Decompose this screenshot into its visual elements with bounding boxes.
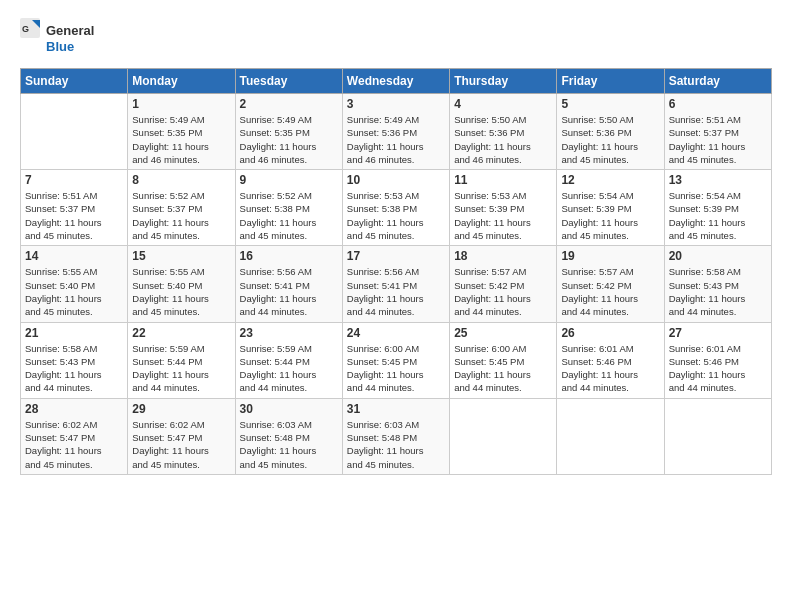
day-info: Sunrise: 6:01 AMSunset: 5:46 PMDaylight:… — [669, 342, 767, 395]
day-info: Sunrise: 6:03 AMSunset: 5:48 PMDaylight:… — [347, 418, 445, 471]
day-info: Sunrise: 5:51 AMSunset: 5:37 PMDaylight:… — [669, 113, 767, 166]
day-number: 9 — [240, 173, 338, 187]
day-number: 15 — [132, 249, 230, 263]
logo-general-text: General — [46, 23, 94, 39]
day-number: 8 — [132, 173, 230, 187]
day-number: 3 — [347, 97, 445, 111]
week-row-4: 21Sunrise: 5:58 AMSunset: 5:43 PMDayligh… — [21, 322, 772, 398]
day-info: Sunrise: 5:52 AMSunset: 5:37 PMDaylight:… — [132, 189, 230, 242]
day-number: 11 — [454, 173, 552, 187]
week-row-1: 1Sunrise: 5:49 AMSunset: 5:35 PMDaylight… — [21, 94, 772, 170]
day-info: Sunrise: 5:49 AMSunset: 5:35 PMDaylight:… — [240, 113, 338, 166]
day-cell: 11Sunrise: 5:53 AMSunset: 5:39 PMDayligh… — [450, 170, 557, 246]
day-info: Sunrise: 5:54 AMSunset: 5:39 PMDaylight:… — [669, 189, 767, 242]
day-cell — [450, 398, 557, 474]
day-number: 13 — [669, 173, 767, 187]
day-cell: 28Sunrise: 6:02 AMSunset: 5:47 PMDayligh… — [21, 398, 128, 474]
day-number: 20 — [669, 249, 767, 263]
day-cell: 16Sunrise: 5:56 AMSunset: 5:41 PMDayligh… — [235, 246, 342, 322]
day-number: 1 — [132, 97, 230, 111]
day-info: Sunrise: 5:53 AMSunset: 5:39 PMDaylight:… — [454, 189, 552, 242]
day-info: Sunrise: 5:56 AMSunset: 5:41 PMDaylight:… — [240, 265, 338, 318]
day-info: Sunrise: 5:58 AMSunset: 5:43 PMDaylight:… — [25, 342, 123, 395]
week-row-2: 7Sunrise: 5:51 AMSunset: 5:37 PMDaylight… — [21, 170, 772, 246]
logo-blue-text: Blue — [46, 39, 94, 55]
day-cell: 6Sunrise: 5:51 AMSunset: 5:37 PMDaylight… — [664, 94, 771, 170]
page: G General Blue SundayMondayTuesdayWednes… — [0, 0, 792, 612]
day-cell: 14Sunrise: 5:55 AMSunset: 5:40 PMDayligh… — [21, 246, 128, 322]
day-info: Sunrise: 5:55 AMSunset: 5:40 PMDaylight:… — [132, 265, 230, 318]
day-cell: 21Sunrise: 5:58 AMSunset: 5:43 PMDayligh… — [21, 322, 128, 398]
day-info: Sunrise: 5:59 AMSunset: 5:44 PMDaylight:… — [132, 342, 230, 395]
day-info: Sunrise: 5:50 AMSunset: 5:36 PMDaylight:… — [454, 113, 552, 166]
header-row: SundayMondayTuesdayWednesdayThursdayFrid… — [21, 69, 772, 94]
day-cell: 1Sunrise: 5:49 AMSunset: 5:35 PMDaylight… — [128, 94, 235, 170]
day-number: 19 — [561, 249, 659, 263]
day-cell: 25Sunrise: 6:00 AMSunset: 5:45 PMDayligh… — [450, 322, 557, 398]
col-header-friday: Friday — [557, 69, 664, 94]
day-number: 2 — [240, 97, 338, 111]
day-number: 30 — [240, 402, 338, 416]
day-cell: 29Sunrise: 6:02 AMSunset: 5:47 PMDayligh… — [128, 398, 235, 474]
day-info: Sunrise: 5:57 AMSunset: 5:42 PMDaylight:… — [561, 265, 659, 318]
col-header-thursday: Thursday — [450, 69, 557, 94]
day-cell: 27Sunrise: 6:01 AMSunset: 5:46 PMDayligh… — [664, 322, 771, 398]
day-cell — [557, 398, 664, 474]
day-cell: 19Sunrise: 5:57 AMSunset: 5:42 PMDayligh… — [557, 246, 664, 322]
day-cell: 2Sunrise: 5:49 AMSunset: 5:35 PMDaylight… — [235, 94, 342, 170]
day-number: 12 — [561, 173, 659, 187]
week-row-3: 14Sunrise: 5:55 AMSunset: 5:40 PMDayligh… — [21, 246, 772, 322]
day-number: 21 — [25, 326, 123, 340]
day-cell: 24Sunrise: 6:00 AMSunset: 5:45 PMDayligh… — [342, 322, 449, 398]
day-number: 22 — [132, 326, 230, 340]
col-header-wednesday: Wednesday — [342, 69, 449, 94]
calendar-table: SundayMondayTuesdayWednesdayThursdayFrid… — [20, 68, 772, 475]
day-cell: 8Sunrise: 5:52 AMSunset: 5:37 PMDaylight… — [128, 170, 235, 246]
col-header-monday: Monday — [128, 69, 235, 94]
logo-graphic: G — [20, 18, 42, 60]
day-cell: 3Sunrise: 5:49 AMSunset: 5:36 PMDaylight… — [342, 94, 449, 170]
day-cell: 15Sunrise: 5:55 AMSunset: 5:40 PMDayligh… — [128, 246, 235, 322]
logo: G General Blue — [20, 18, 94, 60]
day-info: Sunrise: 5:49 AMSunset: 5:35 PMDaylight:… — [132, 113, 230, 166]
day-cell: 30Sunrise: 6:03 AMSunset: 5:48 PMDayligh… — [235, 398, 342, 474]
day-number: 4 — [454, 97, 552, 111]
logo-text: General Blue — [46, 23, 94, 54]
week-row-5: 28Sunrise: 6:02 AMSunset: 5:47 PMDayligh… — [21, 398, 772, 474]
day-number: 7 — [25, 173, 123, 187]
day-info: Sunrise: 5:49 AMSunset: 5:36 PMDaylight:… — [347, 113, 445, 166]
day-number: 31 — [347, 402, 445, 416]
day-number: 17 — [347, 249, 445, 263]
day-number: 27 — [669, 326, 767, 340]
day-info: Sunrise: 5:52 AMSunset: 5:38 PMDaylight:… — [240, 189, 338, 242]
day-cell: 26Sunrise: 6:01 AMSunset: 5:46 PMDayligh… — [557, 322, 664, 398]
day-info: Sunrise: 5:54 AMSunset: 5:39 PMDaylight:… — [561, 189, 659, 242]
day-cell: 17Sunrise: 5:56 AMSunset: 5:41 PMDayligh… — [342, 246, 449, 322]
day-number: 28 — [25, 402, 123, 416]
day-number: 25 — [454, 326, 552, 340]
day-info: Sunrise: 5:53 AMSunset: 5:38 PMDaylight:… — [347, 189, 445, 242]
day-number: 10 — [347, 173, 445, 187]
day-cell: 9Sunrise: 5:52 AMSunset: 5:38 PMDaylight… — [235, 170, 342, 246]
day-info: Sunrise: 6:01 AMSunset: 5:46 PMDaylight:… — [561, 342, 659, 395]
day-number: 14 — [25, 249, 123, 263]
day-cell: 10Sunrise: 5:53 AMSunset: 5:38 PMDayligh… — [342, 170, 449, 246]
day-number: 23 — [240, 326, 338, 340]
day-info: Sunrise: 6:03 AMSunset: 5:48 PMDaylight:… — [240, 418, 338, 471]
day-cell: 22Sunrise: 5:59 AMSunset: 5:44 PMDayligh… — [128, 322, 235, 398]
day-info: Sunrise: 5:59 AMSunset: 5:44 PMDaylight:… — [240, 342, 338, 395]
day-cell: 18Sunrise: 5:57 AMSunset: 5:42 PMDayligh… — [450, 246, 557, 322]
day-cell — [664, 398, 771, 474]
logo-container: G General Blue — [20, 18, 94, 60]
day-info: Sunrise: 6:02 AMSunset: 5:47 PMDaylight:… — [132, 418, 230, 471]
logo-icon: G — [20, 18, 42, 56]
day-number: 24 — [347, 326, 445, 340]
day-cell: 12Sunrise: 5:54 AMSunset: 5:39 PMDayligh… — [557, 170, 664, 246]
svg-text:G: G — [22, 24, 29, 34]
header: G General Blue — [20, 18, 772, 60]
day-info: Sunrise: 5:56 AMSunset: 5:41 PMDaylight:… — [347, 265, 445, 318]
day-number: 5 — [561, 97, 659, 111]
day-cell — [21, 94, 128, 170]
day-info: Sunrise: 5:50 AMSunset: 5:36 PMDaylight:… — [561, 113, 659, 166]
day-number: 26 — [561, 326, 659, 340]
